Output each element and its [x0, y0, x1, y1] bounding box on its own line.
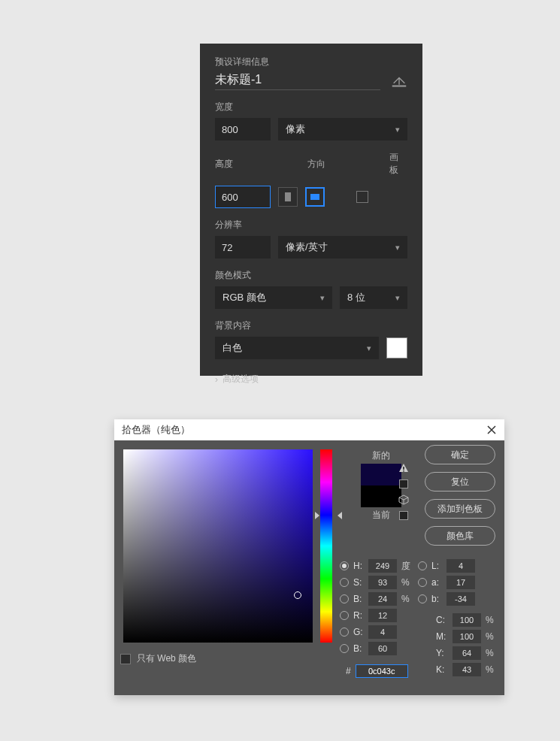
chevron-down-icon: ▾	[320, 293, 325, 303]
unit-y: %	[486, 648, 496, 658]
orientation-portrait-button[interactable]	[278, 187, 298, 207]
web-only-checkbox[interactable]	[120, 654, 131, 664]
radio-l[interactable]	[418, 561, 427, 570]
input-b[interactable]	[368, 592, 397, 606]
new-color-label: 新的	[347, 449, 415, 462]
chevron-down-icon: ▾	[367, 343, 371, 353]
background-value: 白色	[222, 341, 242, 355]
unit-c: %	[486, 615, 496, 625]
label-l: L:	[431, 561, 443, 571]
label-m: M:	[436, 631, 450, 642]
chevron-down-icon: ▾	[395, 243, 400, 253]
radio-a[interactable]	[418, 578, 427, 587]
label-bch: B:	[353, 643, 365, 654]
hue-arrow-right-icon	[338, 512, 342, 519]
resolution-input[interactable]	[215, 236, 271, 259]
radio-bch[interactable]	[340, 644, 349, 653]
input-g[interactable]	[368, 625, 397, 639]
label-s: S:	[353, 577, 365, 588]
gamut-warning-icon[interactable]	[398, 463, 409, 473]
svg-rect-4	[403, 470, 404, 472]
hue-slider[interactable]	[320, 449, 337, 643]
height-label: 高度	[215, 158, 270, 171]
input-y[interactable]	[453, 646, 481, 660]
unit-k: %	[486, 664, 496, 675]
hex-input[interactable]	[356, 664, 408, 678]
label-b: B:	[353, 594, 365, 604]
svg-rect-3	[403, 467, 404, 470]
color-libraries-button[interactable]: 颜色库	[425, 526, 495, 546]
label-b2: b:	[431, 594, 443, 604]
chevron-right-icon: ›	[215, 374, 218, 385]
input-c[interactable]	[453, 613, 481, 627]
input-s[interactable]	[368, 576, 397, 589]
color-picker-dialog: 拾色器（纯色） 新的 当前	[114, 419, 504, 695]
orientation-landscape-button[interactable]	[305, 187, 325, 207]
current-color-swatch[interactable]	[361, 485, 401, 507]
radio-r[interactable]	[340, 611, 349, 620]
orientation-label: 方向	[307, 158, 352, 171]
radio-b[interactable]	[340, 594, 349, 603]
radio-b2[interactable]	[418, 594, 427, 603]
width-input[interactable]	[215, 118, 271, 141]
input-r[interactable]	[368, 609, 397, 622]
hex-label: #	[346, 666, 351, 676]
unit-b: %	[401, 594, 415, 604]
background-select[interactable]: 白色 ▾	[215, 337, 379, 359]
artboard-label: 画板	[389, 151, 407, 177]
label-y: Y:	[436, 648, 450, 658]
hue-arrow-left-icon	[315, 512, 319, 519]
input-m[interactable]	[453, 630, 481, 643]
input-b2[interactable]	[446, 592, 475, 606]
radio-h[interactable]	[340, 561, 349, 570]
chevron-down-icon: ▾	[395, 293, 400, 303]
input-bch[interactable]	[368, 642, 397, 655]
preset-details-panel: 预设详细信息 宽度 像素 ▾ 高度 方向 画板	[200, 44, 422, 376]
resolution-unit-select[interactable]: 像素/英寸 ▾	[278, 236, 407, 259]
web-only-label: 只有 Web 颜色	[137, 652, 196, 665]
saturation-value-field[interactable]	[123, 449, 313, 643]
unit-s: %	[401, 577, 415, 588]
artboard-checkbox[interactable]	[356, 191, 368, 203]
ok-button[interactable]: 确定	[425, 445, 495, 464]
color-mode-select[interactable]: RGB 颜色 ▾	[215, 286, 332, 309]
bit-depth-select[interactable]: 8 位 ▾	[340, 286, 407, 309]
websafe-warning-icon[interactable]	[398, 495, 409, 505]
width-unit-select[interactable]: 像素 ▾	[278, 118, 407, 141]
unit-h: 度	[401, 560, 415, 573]
advanced-options-toggle[interactable]: › 高级选项	[215, 373, 407, 386]
input-l[interactable]	[446, 559, 475, 573]
svg-rect-0	[392, 85, 406, 86]
chevron-down-icon: ▾	[395, 125, 400, 135]
background-swatch[interactable]	[386, 337, 407, 358]
gamut-swatch[interactable]	[399, 479, 408, 488]
input-a[interactable]	[446, 576, 475, 589]
save-preset-icon[interactable]	[391, 76, 407, 88]
label-k: K:	[436, 664, 450, 675]
add-to-swatches-button[interactable]: 添加到色板	[425, 499, 495, 519]
label-h: H:	[353, 561, 365, 571]
websafe-swatch[interactable]	[399, 511, 408, 520]
background-label: 背景内容	[215, 319, 407, 332]
sv-cursor	[294, 591, 301, 599]
label-g: G:	[353, 627, 365, 637]
resolution-label: 分辨率	[215, 219, 407, 231]
svg-rect-1	[285, 192, 291, 201]
new-color-swatch	[361, 464, 401, 485]
label-c: C:	[436, 615, 450, 625]
color-mode-value: RGB 颜色	[222, 291, 266, 304]
bit-depth-value: 8 位	[347, 291, 365, 304]
height-input[interactable]	[215, 186, 271, 208]
reset-button[interactable]: 复位	[425, 472, 495, 491]
document-title-input[interactable]	[215, 73, 380, 90]
color-mode-label: 颜色模式	[215, 269, 407, 282]
close-icon[interactable]	[486, 425, 497, 435]
label-r: R:	[353, 610, 365, 621]
input-h[interactable]	[368, 559, 397, 573]
width-unit-value: 像素	[286, 122, 305, 136]
color-picker-title: 拾色器（纯色）	[122, 423, 190, 437]
width-label: 宽度	[215, 101, 407, 113]
radio-s[interactable]	[340, 578, 349, 587]
radio-g[interactable]	[340, 628, 349, 637]
input-k[interactable]	[453, 663, 481, 676]
